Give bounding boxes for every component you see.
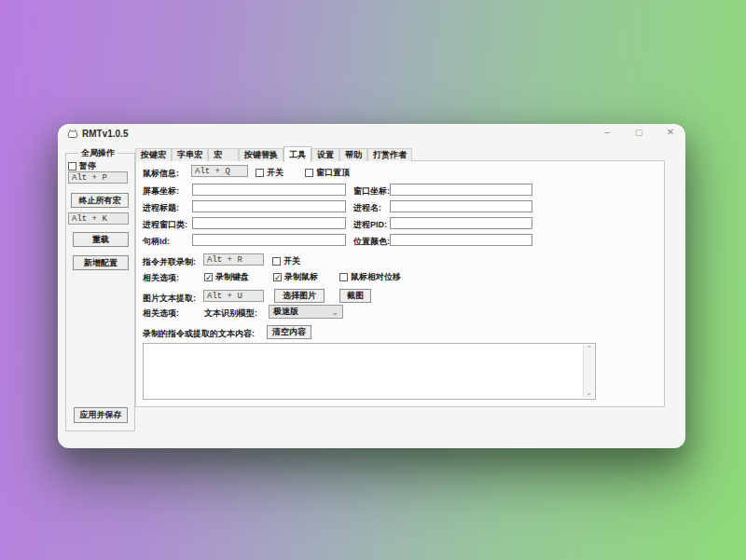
tab-key-remap[interactable]: 按键替换 [239, 148, 283, 161]
ocr-model-value: 极速版 [273, 306, 298, 318]
process-class-input[interactable] [192, 217, 346, 229]
record-keyboard-checkbox[interactable]: ✓ 录制键盘 [204, 271, 249, 283]
checkbox-icon[interactable] [339, 273, 348, 281]
tools-panel: 鼠标信息: 开关 窗口置顶 屏幕坐标: 窗口坐标: 进程标题: 进程名: 进程窗… [135, 160, 665, 407]
position-color-label: 位置颜色: [353, 236, 390, 248]
output-textarea[interactable]: ⌃ ⌄ [143, 343, 596, 400]
mouse-info-label: 鼠标信息: [143, 168, 179, 180]
checkbox-icon[interactable]: ✓ [273, 273, 282, 281]
tab-key-macro[interactable]: 按键宏 [135, 148, 172, 161]
process-title-label: 进程标题: [143, 202, 179, 214]
clear-content-button[interactable]: 清空内容 [267, 325, 311, 339]
stop-hotkey-input[interactable] [68, 212, 129, 225]
checkbox-icon[interactable] [305, 169, 313, 177]
tab-settings[interactable]: 设置 [311, 148, 339, 161]
ocr-model-dropdown[interactable]: 极速版 ⌄ [269, 305, 343, 319]
mouse-info-hotkey-input[interactable] [191, 165, 248, 177]
window-coords-label: 窗口坐标: [353, 185, 390, 198]
screenshot-button[interactable]: 截图 [339, 289, 371, 303]
process-name-input[interactable] [390, 200, 532, 212]
ocr-options-label: 相关选项: [143, 307, 179, 320]
mouse-relative-checkbox[interactable]: 鼠标相对位移 [339, 271, 401, 283]
record-mouse-checkbox[interactable]: ✓ 录制鼠标 [273, 271, 318, 283]
close-button[interactable]: ✕ [665, 126, 676, 139]
scroll-down-icon[interactable]: ⌄ [584, 389, 594, 398]
window-title: RMTv1.0.5 [82, 129, 128, 139]
scroll-up-icon[interactable]: ⌃ [584, 345, 594, 354]
handle-id-input[interactable] [192, 234, 346, 246]
titlebar: RMTv1.0.5 – ▢ ✕ [58, 124, 685, 144]
minimize-button[interactable]: – [601, 126, 613, 139]
mouse-info-switch-checkbox[interactable]: 开关 [256, 167, 283, 179]
scrollbar[interactable]: ⌃ ⌄ [583, 345, 594, 398]
record-hotkey-input[interactable] [203, 253, 264, 266]
app-window: RMTv1.0.5 – ▢ ✕ 全局操作 暂停 终止所有宏 重载 新增配置 应用… [58, 124, 685, 448]
ocr-label: 图片文本提取: [143, 293, 196, 305]
tab-bar: 按键宏 字串宏 宏 按键替换 工具 设置 帮助 打赏作者 [135, 145, 412, 161]
process-pid-input[interactable] [390, 217, 532, 229]
app-logo-icon [67, 129, 78, 140]
tab-string-macro[interactable]: 字串宏 [172, 148, 208, 161]
reload-button[interactable]: 重载 [73, 232, 129, 247]
tab-help[interactable]: 帮助 [339, 148, 367, 161]
tab-tools[interactable]: 工具 [283, 146, 311, 162]
process-class-label: 进程窗口类: [143, 219, 187, 231]
new-config-button[interactable]: 新增配置 [73, 255, 129, 270]
sidebar-group-title: 全局操作 [78, 147, 117, 159]
pause-hotkey-input[interactable] [68, 171, 128, 184]
chevron-down-icon: ⌄ [331, 307, 338, 317]
process-pid-label: 进程PID: [353, 219, 387, 231]
output-label: 录制的指令或提取的文本内容: [143, 328, 255, 340]
tab-donate[interactable]: 打赏作者 [367, 148, 412, 161]
screen-coords-label: 屏幕坐标: [143, 185, 179, 198]
handle-id-label: 句柄Id: [143, 236, 170, 248]
checkbox-icon[interactable]: ✓ [204, 273, 213, 281]
maximize-button[interactable]: ▢ [633, 126, 644, 139]
record-options-label: 相关选项: [143, 272, 179, 284]
position-color-input[interactable] [390, 234, 532, 246]
process-name-label: 进程名: [353, 202, 381, 214]
record-switch-checkbox[interactable]: 开关 [272, 255, 300, 267]
process-title-input[interactable] [192, 200, 346, 212]
checkbox-icon[interactable] [68, 162, 76, 171]
ocr-model-label: 文本识别模型: [204, 307, 257, 320]
apply-save-button[interactable]: 应用并保存 [74, 407, 128, 423]
screen-coords-input[interactable] [192, 184, 346, 196]
window-topmost-checkbox[interactable]: 窗口置顶 [305, 167, 350, 179]
stop-all-macros-button[interactable]: 终止所有宏 [71, 193, 129, 208]
checkbox-icon[interactable] [256, 169, 264, 177]
window-coords-input[interactable] [390, 184, 532, 196]
checkbox-icon[interactable] [272, 257, 281, 266]
record-label: 指令并联录制: [143, 256, 196, 268]
desktop-background: RMTv1.0.5 – ▢ ✕ 全局操作 暂停 终止所有宏 重载 新增配置 应用… [0, 0, 746, 560]
tab-macro[interactable]: 宏 [208, 148, 239, 161]
ocr-hotkey-input[interactable] [203, 290, 264, 302]
select-image-button[interactable]: 选择图片 [274, 289, 325, 303]
